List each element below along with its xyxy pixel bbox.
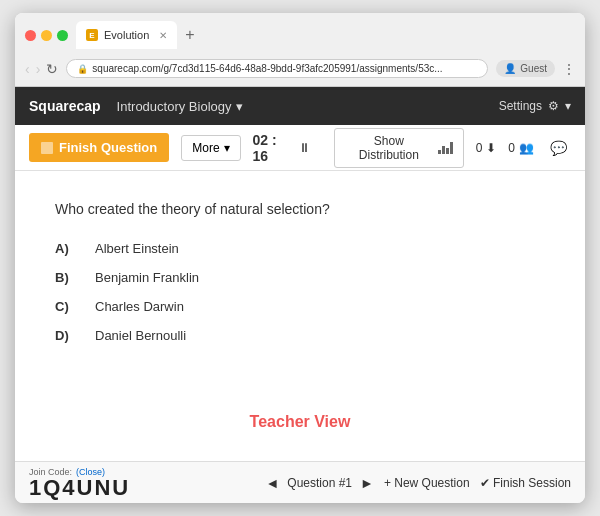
browser-actions: 👤 Guest ⋮	[496, 60, 575, 77]
show-distribution-button[interactable]: Show Distribution	[334, 128, 464, 168]
course-selector[interactable]: Introductory Biology ▾	[117, 99, 243, 114]
timer-value: 02 : 16	[253, 132, 293, 164]
show-distribution-label: Show Distribution	[345, 134, 433, 162]
browser-nav-buttons: ‹ › ↻	[25, 61, 58, 77]
tab-title: Evolution	[104, 29, 149, 41]
close-window-button[interactable]	[25, 30, 36, 41]
more-label: More	[192, 141, 219, 155]
chat-icon: 💬	[550, 140, 567, 156]
address-bar-row: ‹ › ↻ 🔒 squarecap.com/g/7cd3d115-64d6-48…	[15, 55, 585, 86]
more-dropdown-icon: ▾	[224, 141, 230, 155]
tab-close-button[interactable]: ✕	[159, 30, 167, 41]
settings-dropdown-icon: ▾	[565, 99, 571, 113]
answer-text-b: Benjamin Franklin	[95, 270, 199, 285]
browser-chrome: E Evolution ✕ + ‹ › ↻ 🔒 squarecap.com/g/…	[15, 13, 585, 87]
people-count: 0 👥	[508, 141, 534, 155]
bar-chart-icon	[438, 142, 453, 154]
lock-icon: 🔒	[77, 64, 88, 74]
app-logo: Squarecap	[29, 98, 101, 114]
answer-text-a: Albert Einstein	[95, 241, 179, 256]
reload-button[interactable]: ↻	[46, 61, 58, 77]
finish-question-label: Finish Question	[59, 140, 157, 155]
response-count: 0 ⬇	[476, 141, 497, 155]
answer-text-c: Charles Darwin	[95, 299, 184, 314]
back-button[interactable]: ‹	[25, 61, 30, 77]
address-bar[interactable]: 🔒 squarecap.com/g/7cd3d115-64d6-48a8-9bd…	[66, 59, 488, 78]
new-question-label: + New Question	[384, 476, 470, 490]
answer-item-d: D) Daniel Bernoulli	[55, 328, 545, 343]
guest-label: Guest	[520, 63, 547, 74]
finish-question-button[interactable]: Finish Question	[29, 133, 169, 162]
new-tab-button[interactable]: +	[181, 26, 198, 44]
forward-button[interactable]: ›	[36, 61, 41, 77]
address-text: squarecap.com/g/7cd3d115-64d6-48a8-9bdd-…	[92, 63, 442, 74]
people-icon: 👥	[519, 141, 534, 155]
new-question-button[interactable]: + New Question	[384, 476, 470, 490]
guest-button[interactable]: 👤 Guest	[496, 60, 555, 77]
answer-item-b: B) Benjamin Franklin	[55, 270, 545, 285]
question-text: Who created the theory of natural select…	[55, 201, 545, 217]
response-count-value: 0	[476, 141, 483, 155]
timer-display: 02 : 16 ⏸	[253, 132, 310, 164]
question-area: Who created the theory of natural select…	[15, 171, 585, 461]
settings-label: Settings	[499, 99, 542, 113]
answer-letter-d: D)	[55, 328, 75, 343]
toolbar: Finish Question More ▾ 02 : 16 ⏸ Show Di…	[15, 125, 585, 171]
teacher-view-label: Teacher View	[55, 393, 545, 441]
minimize-window-button[interactable]	[41, 30, 52, 41]
more-button[interactable]: More ▾	[181, 135, 240, 161]
course-name: Introductory Biology	[117, 99, 232, 114]
pause-icon[interactable]: ⏸	[298, 141, 310, 155]
window-controls	[25, 30, 68, 41]
people-count-value: 0	[508, 141, 515, 155]
answer-letter-b: B)	[55, 270, 75, 285]
chat-button[interactable]: 💬	[546, 136, 571, 160]
account-icon: 👤	[504, 63, 516, 74]
answer-list: A) Albert Einstein B) Benjamin Franklin …	[55, 241, 545, 343]
tab-bar: E Evolution ✕ +	[76, 21, 575, 49]
join-code-value: 1Q4UNU	[29, 477, 130, 499]
question-nav: ◄ Question #1 ►	[265, 475, 373, 491]
answer-letter-c: C)	[55, 299, 75, 314]
finish-session-button[interactable]: ✔ Finish Session	[480, 476, 571, 490]
bottom-bar: Join Code: (Close) 1Q4UNU ◄ Question #1 …	[15, 461, 585, 503]
app-container: Squarecap Introductory Biology ▾ Setting…	[15, 87, 585, 503]
course-dropdown-icon: ▾	[236, 99, 243, 114]
prev-question-button[interactable]: ◄	[265, 475, 279, 491]
next-question-button[interactable]: ►	[360, 475, 374, 491]
answer-item-a: A) Albert Einstein	[55, 241, 545, 256]
answer-item-c: C) Charles Darwin	[55, 299, 545, 314]
finish-session-label: ✔ Finish Session	[480, 476, 571, 490]
gear-icon: ⚙	[548, 99, 559, 113]
top-nav: Squarecap Introductory Biology ▾ Setting…	[15, 87, 585, 125]
settings-section[interactable]: Settings ⚙ ▾	[499, 99, 571, 113]
question-nav-label: Question #1	[287, 476, 352, 490]
answer-text-d: Daniel Bernoulli	[95, 328, 186, 343]
title-bar: E Evolution ✕ +	[15, 13, 585, 55]
tab-favicon: E	[86, 29, 98, 41]
maximize-window-button[interactable]	[57, 30, 68, 41]
answer-letter-a: A)	[55, 241, 75, 256]
download-icon: ⬇	[486, 141, 496, 155]
stop-icon	[41, 142, 53, 154]
join-code-section: Join Code: (Close) 1Q4UNU	[29, 467, 130, 499]
active-tab[interactable]: E Evolution ✕	[76, 21, 177, 49]
browser-window: E Evolution ✕ + ‹ › ↻ 🔒 squarecap.com/g/…	[15, 13, 585, 503]
browser-menu-button[interactable]: ⋮	[563, 62, 575, 76]
